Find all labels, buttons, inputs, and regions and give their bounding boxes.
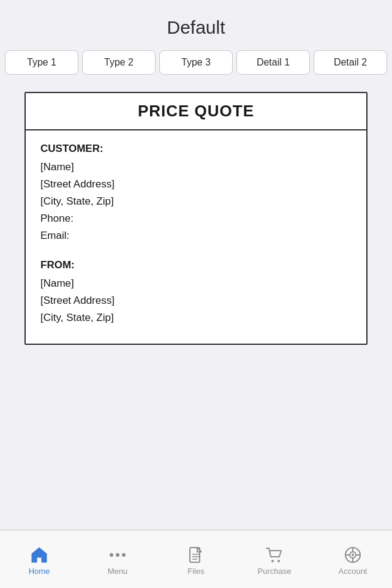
customer-section: CUSTOMER: [Name] [Street Address] [City,…: [40, 143, 352, 242]
top-tab-bar: Type 1 Type 2 Type 3 Detail 1 Detail 2: [0, 48, 392, 82]
document-body: CUSTOMER: [Name] [Street Address] [City,…: [26, 130, 366, 344]
page-title: Default: [12, 17, 380, 38]
nav-item-files[interactable]: Files: [157, 541, 235, 578]
menu-icon: [108, 546, 127, 564]
customer-name: [Name]: [40, 161, 352, 173]
tab-detail2[interactable]: Detail 2: [314, 50, 387, 75]
customer-label: CUSTOMER:: [40, 143, 352, 155]
nav-item-account[interactable]: Account: [314, 541, 392, 578]
nav-item-purchase[interactable]: Purchase: [235, 541, 314, 578]
customer-email: Email:: [40, 230, 352, 242]
account-icon: [344, 546, 362, 564]
tab-detail1[interactable]: Detail 1: [236, 50, 310, 75]
tab-type1[interactable]: Type 1: [5, 50, 78, 75]
svg-point-4: [271, 560, 274, 562]
bottom-nav: Home Menu Files: [0, 530, 392, 588]
svg-rect-0: [190, 548, 200, 562]
nav-item-home[interactable]: Home: [0, 541, 78, 578]
tab-type3[interactable]: Type 3: [159, 50, 233, 75]
home-icon: [30, 546, 48, 564]
customer-phone: Phone:: [40, 213, 352, 225]
document-title-bar: PRICE QUOTE: [26, 93, 366, 130]
svg-point-5: [277, 560, 280, 562]
from-label: FROM:: [40, 259, 352, 271]
from-city-state-zip: [City, State, Zip]: [40, 312, 352, 324]
nav-label-menu: Menu: [108, 567, 128, 576]
header: Default: [0, 0, 392, 48]
from-street: [Street Address]: [40, 295, 352, 307]
nav-label-purchase: Purchase: [258, 567, 292, 576]
nav-item-menu[interactable]: Menu: [78, 541, 157, 578]
customer-street: [Street Address]: [40, 178, 352, 190]
nav-label-home: Home: [29, 567, 50, 576]
from-section: FROM: [Name] [Street Address] [City, Sta…: [40, 259, 352, 324]
main-content: PRICE QUOTE CUSTOMER: [Name] [Street Add…: [0, 82, 392, 530]
document-title: PRICE QUOTE: [138, 102, 254, 120]
svg-point-8: [352, 554, 354, 556]
nav-label-account: Account: [339, 567, 368, 576]
customer-city-state-zip: [City, State, Zip]: [40, 195, 352, 208]
from-name: [Name]: [40, 277, 352, 290]
nav-label-files: Files: [187, 567, 204, 576]
purchase-icon: [265, 546, 284, 564]
files-icon: [187, 546, 205, 564]
price-quote-document: PRICE QUOTE CUSTOMER: [Name] [Street Add…: [24, 92, 368, 345]
tab-type2[interactable]: Type 2: [82, 50, 156, 75]
